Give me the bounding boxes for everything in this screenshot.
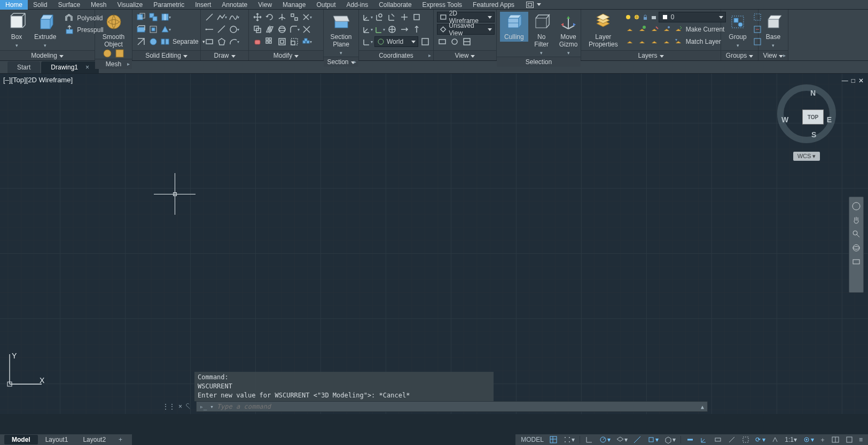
ucs-3[interactable] <box>387 12 397 22</box>
command-text-input[interactable] <box>217 403 701 410</box>
menu-parametric[interactable]: Parametric <box>148 0 190 10</box>
rect-icon[interactable] <box>204 36 215 47</box>
viewcube-w[interactable]: W <box>781 115 788 124</box>
menu-visualize[interactable]: Visualize <box>112 0 148 10</box>
status-3dosnap-icon[interactable]: ▾ <box>662 434 678 445</box>
align-icon[interactable] <box>289 12 300 22</box>
polygon-icon[interactable] <box>216 36 227 47</box>
box-button[interactable]: Box ▾ <box>3 12 30 49</box>
status-snap-icon[interactable]: ▾ <box>561 434 577 445</box>
status-scale[interactable]: 1:1 ▾ <box>783 435 799 444</box>
se-3[interactable]: ▾ <box>160 12 171 22</box>
layer-b2[interactable] <box>637 36 647 47</box>
menu-dropdown-icon[interactable] <box>537 3 541 6</box>
menu-solid[interactable]: Solid <box>28 0 53 10</box>
layer-t2[interactable] <box>637 24 647 35</box>
menu-home[interactable]: Home <box>0 0 28 10</box>
panel-title-section[interactable]: Section▸ <box>324 57 358 67</box>
mesh-tool-2[interactable] <box>114 48 125 59</box>
offset-icon[interactable] <box>277 36 287 47</box>
status-ws-icon[interactable] <box>829 434 842 445</box>
layer-t3[interactable] <box>649 24 660 35</box>
layer-t1[interactable] <box>624 24 635 35</box>
view-tool-3[interactable] <box>462 36 472 47</box>
se-8[interactable] <box>148 36 159 47</box>
ucs-2[interactable] <box>374 12 385 22</box>
ucs-9[interactable] <box>399 24 410 35</box>
se-5[interactable] <box>148 24 159 35</box>
menu-output[interactable]: Output <box>311 0 341 10</box>
tab-drawing1[interactable]: Drawing1× <box>41 61 99 73</box>
status-clean-icon[interactable] <box>843 434 856 445</box>
view-tool-2[interactable] <box>449 36 460 47</box>
layout-tab-layout1[interactable]: Layout1 <box>38 435 76 444</box>
status-tpy-icon[interactable] <box>725 434 738 445</box>
world-combo[interactable]: World <box>374 36 418 47</box>
xline-icon[interactable] <box>216 24 227 35</box>
move3d-icon[interactable] <box>277 12 287 22</box>
layout-add-tab[interactable]: + <box>113 435 128 444</box>
se-2[interactable] <box>148 12 159 22</box>
status-sel-icon[interactable] <box>739 434 752 445</box>
panel-title-view2[interactable]: View▸ <box>758 50 788 60</box>
status-iso-icon[interactable]: ▾ <box>614 434 630 445</box>
status-dyn-icon[interactable] <box>711 434 724 445</box>
viewcube-face[interactable]: TOP <box>803 110 823 124</box>
layer-lock-icon[interactable] <box>642 13 649 21</box>
menu-manage[interactable]: Manage <box>277 0 311 10</box>
viewcube[interactable]: N S E W TOP WCS ▾ <box>777 84 836 161</box>
section-plane-button[interactable]: Section Plane ▾ <box>326 12 356 57</box>
nav-bar[interactable] <box>849 197 864 293</box>
array3d-icon[interactable]: ▾ <box>301 36 312 47</box>
layout-tab-layout2[interactable]: Layout2 <box>75 435 113 444</box>
rot3d-icon[interactable] <box>277 24 287 35</box>
layer-plot-icon[interactable] <box>650 13 658 21</box>
spline-icon[interactable]: ▾ <box>229 12 239 22</box>
menu-collaborate[interactable]: Collaborate <box>373 0 417 10</box>
panel-title-view[interactable]: View <box>434 50 496 60</box>
panel-title-draw[interactable]: Draw <box>201 50 248 60</box>
wcs-badge[interactable]: WCS ▾ <box>793 152 820 161</box>
se-1[interactable] <box>136 12 146 22</box>
menu-express[interactable]: Express Tools <box>417 0 467 10</box>
status-qp-icon[interactable]: ⟳ ▾ <box>753 435 768 444</box>
panel-title-layers[interactable]: Layers <box>581 50 721 60</box>
polyline-icon[interactable]: ▾ <box>216 12 227 22</box>
ucs-11[interactable]: ▾ <box>362 36 373 47</box>
layer-freeze-icon[interactable] <box>633 13 640 21</box>
mirror-icon[interactable] <box>264 24 275 35</box>
culling-button[interactable]: Culling <box>500 12 528 42</box>
cmd-handle-icon[interactable]: ⋮⋮ <box>162 403 175 410</box>
base-button[interactable]: Base ▾ <box>760 12 787 49</box>
ucs-7[interactable]: ▾ <box>374 24 385 35</box>
status-model[interactable]: MODEL <box>519 435 546 444</box>
menu-surface[interactable]: Surface <box>53 0 85 10</box>
focus-icon[interactable] <box>526 2 534 8</box>
layer-combo[interactable]: 0 <box>659 12 726 22</box>
separate-button[interactable]: Separate▾ <box>160 36 205 47</box>
layer-b1[interactable] <box>624 36 635 47</box>
group-button[interactable]: Group ▾ <box>724 12 751 49</box>
viewcube-e[interactable]: E <box>827 115 832 124</box>
visual-style-combo[interactable]: 2D Wireframe <box>437 12 495 22</box>
move-gizmo-button[interactable]: Move Gizmo ▾ <box>555 12 582 57</box>
fullnav-icon[interactable] <box>851 201 861 211</box>
viewcube-n[interactable]: N <box>810 89 816 97</box>
layout-tab-model[interactable]: Model <box>4 435 38 444</box>
view-tool-1[interactable] <box>437 36 448 47</box>
panel-title-mesh[interactable]: Mesh▸ <box>95 59 132 69</box>
drawing-area[interactable]: [–][Top][2D Wireframe] — □ ✕ X Y N S E W… <box>0 74 868 414</box>
status-ortho-icon[interactable] <box>583 434 596 445</box>
erase-icon[interactable] <box>252 36 263 47</box>
vp-close-icon[interactable]: ✕ <box>858 77 864 84</box>
scale-icon[interactable] <box>289 36 300 47</box>
make-current-button[interactable]: Make Current <box>674 25 725 34</box>
ucs-8[interactable] <box>387 24 397 35</box>
cmd-close-icon[interactable]: × <box>178 403 182 410</box>
showmotion-icon[interactable] <box>851 257 861 267</box>
array-icon[interactable] <box>264 36 275 47</box>
command-history-icon[interactable]: ▲ <box>701 404 704 410</box>
orbit-icon[interactable] <box>851 243 861 253</box>
layer-properties-button[interactable]: Layer Properties <box>584 12 622 49</box>
menu-annotate[interactable]: Annotate <box>216 0 253 10</box>
